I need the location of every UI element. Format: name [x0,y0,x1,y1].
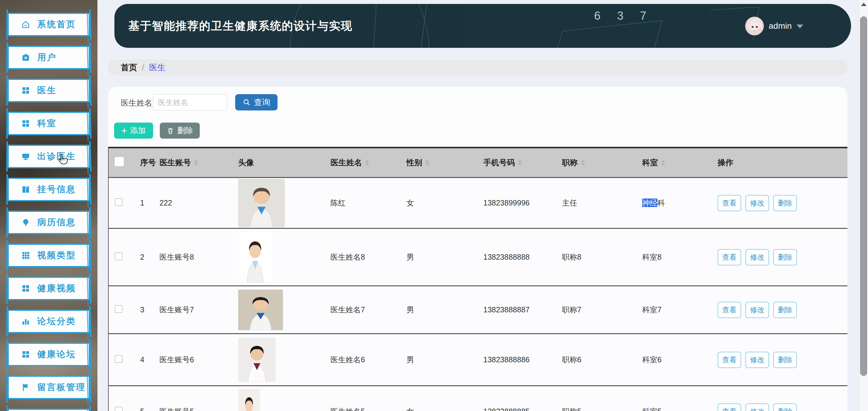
row-checkbox[interactable] [115,305,123,313]
bulb-icon [21,218,31,227]
search-input[interactable] [153,94,227,110]
add-button[interactable]: + 添加 [114,123,153,138]
view-button[interactable]: 查看 [718,404,741,411]
selected-text: 神经 [642,198,657,207]
edit-button[interactable]: 修改 [745,404,769,411]
search-button[interactable]: 查询 [235,94,278,110]
edit-button[interactable]: 修改 [745,352,769,368]
delete-row-button[interactable]: 删除 [773,195,797,211]
cell-title: 职称8 [562,252,642,262]
page-scrollbar[interactable] [859,0,868,411]
cell-checkbox [115,198,140,208]
sidebar-item-病历信息[interactable]: 病历信息 [7,211,90,234]
add-button-label: 添加 [130,125,146,136]
sort-carets-icon[interactable] [425,160,430,165]
row-checkbox[interactable] [115,198,123,206]
cell-name: 医生姓名8 [331,252,406,262]
cell-phone: 13823888887 [483,305,562,314]
cell-index: 2 [140,253,159,261]
grid-icon [21,86,31,95]
chevron-down-icon [797,25,803,28]
row-checkbox[interactable] [115,355,123,363]
sort-carets-icon[interactable] [365,160,369,165]
cell-name: 医生姓名6 [331,355,406,365]
sort-carets-icon[interactable] [661,160,665,165]
search-icon [242,98,251,106]
cell-gender: 男 [406,355,483,365]
column-header-医生姓名: 医生姓名 [331,157,406,168]
view-button[interactable]: 查看 [718,352,741,368]
edit-button[interactable]: 修改 [745,195,769,211]
cell-title: 职称7 [562,305,642,315]
sort-carets-icon[interactable] [581,160,585,165]
search-button-label: 查询 [254,97,270,108]
select-all-checkbox[interactable] [115,157,124,166]
sidebar-item-partial[interactable] [7,409,90,411]
delete-row-button[interactable]: 删除 [773,249,797,265]
sort-carets-icon[interactable] [518,160,522,165]
cell-department: 科室5 [642,407,718,411]
cell-phone: 13823888886 [483,355,562,364]
view-button[interactable]: 查看 [718,302,741,318]
sidebar-item-label: 健康视频 [37,282,76,294]
doctors-table: 序号医生账号头像医生姓名性别手机号码职称科室操作 1222 陈红女1382389… [108,147,847,411]
sidebar-item-科室[interactable]: 科室 [7,112,90,135]
sidebar-item-医生[interactable]: 医生 [7,79,90,102]
sidebar: 系统首页用户医生科室出诊医生挂号信息病历信息视频类型健康视频论坛分类健康论坛留言… [0,0,97,411]
breadcrumb-home[interactable]: 首页 [121,62,137,73]
delete-row-button[interactable]: 删除 [773,302,797,318]
sidebar-item-label: 健康论坛 [37,348,76,360]
cell-gender: 女 [406,407,483,411]
cell-checkbox [115,252,140,262]
edit-button[interactable]: 修改 [745,302,769,318]
breadcrumb-current[interactable]: 医生 [149,62,165,73]
sidebar-item-label: 系统首页 [37,19,76,31]
sidebar-item-label: 科室 [37,118,57,130]
row-checkbox[interactable] [115,252,123,260]
user-menu[interactable]: admin [745,17,803,35]
cell-account: 医生账号6 [159,355,238,365]
sidebar-item-挂号信息[interactable]: 挂号信息 [7,178,90,201]
sidebar-item-健康论坛[interactable]: 健康论坛 [7,343,90,366]
scrollbar-up-arrow[interactable] [861,3,867,6]
cell-avatar [238,338,331,382]
app-header: 6 3 7 基于智能推荐的卫生健康系统的设计与实现 admin [115,4,851,48]
column-header-label: 医生姓名 [331,157,362,168]
doctor-avatar [238,232,272,282]
view-button[interactable]: 查看 [718,195,741,211]
cell-name: 医生姓名7 [331,305,406,315]
sidebar-item-留言板管理[interactable]: 留言板管理 [7,376,90,399]
sidebar-item-健康视频[interactable]: 健康视频 [7,277,90,300]
delete-row-button[interactable]: 删除 [773,404,797,411]
cell-account: 医生账号8 [159,252,238,262]
cell-checkbox [115,407,140,411]
sidebar-item-系统首页[interactable]: 系统首页 [7,13,90,36]
cell-index: 4 [140,355,159,364]
sidebar-item-用户[interactable]: 用户 [7,46,90,69]
view-button[interactable]: 查看 [718,249,741,265]
cell-actions: 查看修改删除 [718,249,847,265]
cell-phone: 13823899996 [483,198,562,207]
cell-checkbox [115,305,140,315]
sidebar-item-论坛分类[interactable]: 论坛分类 [7,310,90,333]
sidebar-item-视频类型[interactable]: 视频类型 [7,244,90,267]
sort-carets-icon[interactable] [194,160,198,165]
cell-account: 222 [159,198,238,207]
sidebar-item-出诊医生[interactable]: 出诊医生 [7,145,90,168]
table-row: 2医生账号8 医生姓名8男13823888888职称8科室8查看修改删除 [108,228,847,285]
cell-checkbox [115,355,140,365]
avatar [745,17,764,35]
cell-name: 医生姓名5 [331,407,406,411]
edit-button[interactable]: 修改 [745,249,769,265]
trash-icon [166,127,174,135]
row-checkbox[interactable] [115,407,123,411]
sidebar-item-label: 留言板管理 [37,381,86,393]
cell-index: 5 [140,407,159,411]
header-decor-numbers: 6 3 7 [594,9,653,22]
scrollbar-thumb[interactable] [860,17,867,376]
sidebar-item-label: 挂号信息 [37,183,76,195]
delete-row-button[interactable]: 删除 [773,352,797,368]
search-bar: 医生姓名 查询 [108,94,847,111]
monitor-icon [21,152,31,161]
delete-button[interactable]: 删除 [160,123,200,138]
